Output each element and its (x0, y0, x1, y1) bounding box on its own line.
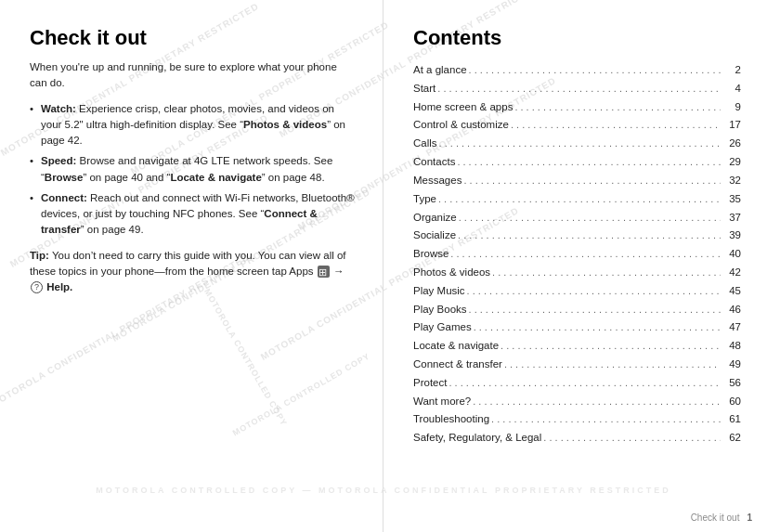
toc-page: 26 (722, 135, 741, 152)
toc-dots (511, 117, 721, 135)
tip-paragraph: Tip: You don’t need to carry this guide … (30, 248, 357, 296)
list-item: Speed: Browse and navigate at 4G LTE net… (30, 153, 357, 186)
toc-dots (492, 265, 721, 282)
toc-row: Locate & navigate 48 (413, 337, 741, 356)
toc-page: 32 (722, 172, 741, 189)
toc-dots (473, 394, 721, 411)
toc-dots (504, 357, 721, 374)
toc-label: Browse (413, 245, 448, 263)
right-title: Contents (413, 26, 741, 50)
toc-page: 39 (722, 227, 741, 244)
toc-label: Play Music (413, 282, 465, 300)
toc-dots (448, 375, 721, 393)
toc-label: Connect & transfer (413, 356, 502, 373)
help-label: Help. (44, 281, 72, 292)
toc-row: Start 4 (413, 80, 741, 98)
toc-dots (457, 154, 721, 172)
toc-page: 48 (722, 337, 741, 355)
left-column: Check it out When you're up and running,… (0, 0, 384, 532)
toc-row: Home screen & apps 9 (413, 98, 741, 117)
right-column: Contents At a glance 2 Start 4 Home scre… (384, 0, 767, 532)
help-icon: ? (31, 281, 43, 293)
watch-text: Experience crisp, clear photos, movies, … (41, 103, 345, 147)
table-of-contents: At a glance 2 Start 4 Home screen & apps… (413, 61, 741, 448)
toc-label: Locate & navigate (413, 337, 499, 355)
toc-page: 46 (722, 301, 741, 318)
toc-label: Contacts (413, 153, 455, 171)
list-item: Connect: Reach out and connect with Wi-F… (30, 190, 357, 239)
toc-page: 17 (722, 116, 741, 134)
toc-dots (458, 227, 721, 245)
toc-page: 56 (722, 374, 741, 392)
intro-paragraph: When you're up and running, be sure to e… (30, 59, 357, 92)
toc-dots (469, 62, 721, 80)
left-title: Check it out (30, 26, 357, 50)
toc-label: Calls (413, 135, 437, 152)
toc-page: 2 (722, 61, 741, 79)
toc-label: At a glance (413, 61, 467, 79)
apps-icon (318, 266, 330, 278)
toc-dots (491, 411, 721, 429)
toc-page: 60 (722, 393, 741, 410)
toc-dots (500, 338, 721, 356)
list-item: Watch: Experience crisp, clear photos, m… (30, 101, 357, 149)
toc-row: Browse 40 (413, 245, 741, 264)
toc-label: Messages (413, 172, 462, 189)
toc-label: Photos & videos (413, 264, 490, 281)
toc-dots (543, 430, 721, 448)
toc-page: 40 (722, 245, 741, 263)
toc-dots (514, 99, 721, 117)
toc-page: 61 (722, 410, 741, 428)
toc-row: Socialize 39 (413, 227, 741, 245)
toc-label: Play Books (413, 301, 467, 318)
speed-text: Browse and navigate at 4G LTE network sp… (41, 155, 332, 182)
toc-row: Messages 32 (413, 172, 741, 190)
connect-label: Connect: (41, 192, 87, 203)
toc-page: 4 (722, 80, 741, 97)
toc-row: Troubleshooting 61 (413, 410, 741, 429)
toc-row: Type 35 (413, 190, 741, 209)
toc-dots (463, 173, 721, 190)
toc-label: Play Games (413, 318, 472, 336)
toc-label: Socialize (413, 227, 456, 244)
connect-text: Reach out and connect with Wi-Fi network… (41, 192, 355, 236)
toc-page: 37 (722, 209, 741, 227)
toc-dots (467, 283, 721, 301)
toc-page: 35 (722, 190, 741, 208)
toc-dots (469, 302, 721, 319)
toc-label: Start (413, 80, 436, 97)
toc-page: 9 (722, 98, 741, 116)
toc-label: Organize (413, 209, 457, 227)
tip-label: Tip: (30, 250, 49, 261)
arrow: → (331, 266, 344, 277)
toc-row: Photos & videos 42 (413, 264, 741, 282)
toc-row: Protect 56 (413, 374, 741, 393)
toc-page: 62 (722, 429, 741, 447)
toc-dots (437, 81, 721, 98)
toc-row: Safety, Regulatory, & Legal 62 (413, 429, 741, 448)
toc-dots (439, 136, 721, 153)
toc-label: Home screen & apps (413, 98, 513, 116)
toc-page: 29 (722, 153, 741, 171)
toc-row: Play Games 47 (413, 318, 741, 337)
toc-row: Organize 37 (413, 209, 741, 227)
toc-dots (459, 210, 721, 227)
toc-dots (474, 319, 721, 337)
toc-dots (438, 191, 721, 209)
toc-row: Want more? 60 (413, 393, 741, 411)
toc-row: Contacts 29 (413, 153, 741, 172)
toc-page: 47 (722, 318, 741, 336)
tip-body: You don’t need to carry this guide with … (30, 250, 346, 277)
watch-label: Watch: (41, 103, 76, 114)
toc-row: Play Books 46 (413, 301, 741, 319)
toc-label: Safety, Regulatory, & Legal (413, 429, 541, 447)
toc-row: Play Music 45 (413, 282, 741, 301)
toc-page: 42 (722, 264, 741, 281)
speed-label: Speed: (41, 155, 76, 166)
toc-row: At a glance 2 (413, 61, 741, 80)
toc-label: Control & customize (413, 116, 509, 134)
toc-label: Want more? (413, 393, 471, 410)
toc-row: Connect & transfer 49 (413, 356, 741, 374)
toc-label: Troubleshooting (413, 410, 489, 428)
toc-label: Protect (413, 374, 447, 392)
